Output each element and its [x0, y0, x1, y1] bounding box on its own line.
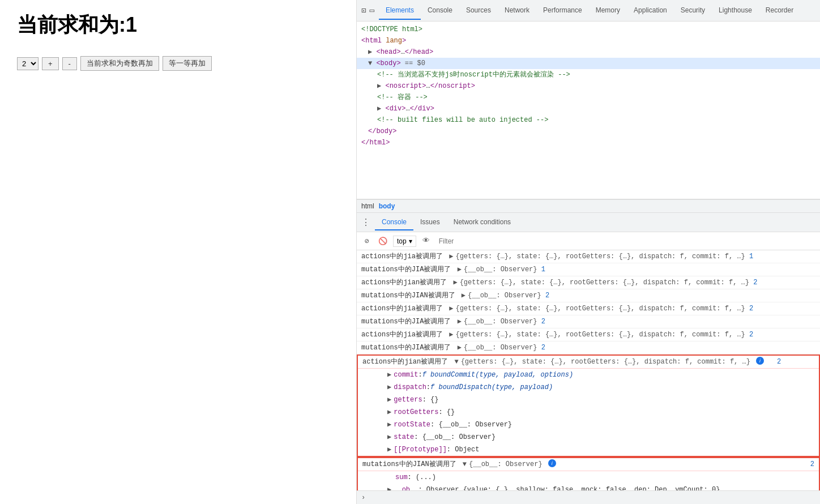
plus-button[interactable]: +: [42, 57, 59, 70]
expand-arrow[interactable]: ▶: [458, 317, 462, 327]
expanded-prop[interactable]: ▶ getters: {}: [358, 394, 819, 406]
console-text: {getters: {…}, state: {…}, rootGetters: …: [455, 304, 749, 314]
wait-add-button[interactable]: 等一等再加: [163, 56, 212, 71]
dom-line[interactable]: ▶ <div>…</div>: [357, 103, 820, 114]
console-count: 1: [541, 264, 545, 275]
console-text: {__ob__: Observer}: [464, 317, 541, 327]
dom-line[interactable]: <html lang>: [357, 35, 820, 46]
console-text: {__ob__: Observer}: [464, 343, 541, 353]
dom-panel: <!DOCTYPE html> <html lang> ▶ <head>…</h…: [357, 22, 820, 199]
tab-recorder[interactable]: Recorder: [759, 2, 800, 20]
expanded-header-2[interactable]: mutations中的JIAN被调用了 ▼ {__ob__: Observer}…: [358, 458, 819, 471]
console-count: 2: [541, 343, 545, 353]
inspect-icon[interactable]: ⊡: [361, 6, 366, 15]
filter-input[interactable]: [437, 236, 815, 246]
expanded-prop[interactable]: ▶ dispatch: f boundDispatch(type, payloa…: [358, 381, 819, 394]
expanded-prop[interactable]: sum: (...): [358, 471, 819, 484]
console-count: 2: [749, 330, 753, 340]
number-select[interactable]: 1 2 3: [17, 57, 39, 70]
dom-line[interactable]: <!DOCTYPE html>: [357, 24, 820, 35]
tab-security[interactable]: Security: [674, 2, 712, 20]
tab-memory[interactable]: Memory: [589, 2, 627, 20]
info-icon: i: [756, 357, 764, 365]
chevron-right-icon[interactable]: ›: [361, 494, 365, 502]
console-panel: ⋮ Console Issues Network conditions ⊘ 🚫 …: [357, 213, 820, 490]
expanded-prop[interactable]: ▶ commit: f boundCommit(type, payload, o…: [358, 369, 819, 381]
clear-console-icon[interactable]: ⊘: [361, 236, 373, 247]
dom-line[interactable]: <!-- 容器 -->: [357, 92, 820, 103]
breadcrumb-html[interactable]: html: [361, 202, 374, 210]
dom-line-body[interactable]: ▼ <body> == $0: [357, 58, 820, 69]
console-line-3[interactable]: actions中的jian被调用了 ▶ {getters: {…}, state…: [357, 276, 820, 289]
expand-arrow[interactable]: ▶: [449, 304, 453, 314]
console-text: {getters: {…}, state: {…}, rootGetters: …: [455, 330, 749, 340]
expand-arrow[interactable]: ▶: [387, 432, 391, 442]
console-line-4[interactable]: mutations中的JIAN被调用了 ▶ {__ob__: Observer}…: [357, 289, 820, 302]
console-menu-icon[interactable]: ⋮: [361, 217, 370, 228]
console-text: actions中的jia被调用了: [361, 304, 447, 314]
console-tab-network-conditions[interactable]: Network conditions: [447, 215, 518, 230]
odd-add-button[interactable]: 当前求和为奇数再加: [80, 56, 159, 71]
expand-arrow[interactable]: ▶: [387, 395, 391, 405]
console-line-1[interactable]: actions中的jia被调用了 ▶ {getters: {…}, state:…: [357, 250, 820, 263]
tab-console[interactable]: Console: [421, 2, 459, 20]
expand-arrow[interactable]: ▶: [387, 370, 391, 380]
dom-line[interactable]: ▶ <head>…</head>: [357, 46, 820, 58]
context-dropdown[interactable]: top ▾: [393, 236, 416, 247]
breadcrumb-bar: html body: [357, 199, 820, 213]
tab-sources[interactable]: Sources: [459, 2, 498, 20]
top-label: top: [397, 237, 407, 245]
expand-arrow[interactable]: ▶: [462, 291, 465, 301]
ban-icon[interactable]: 🚫: [377, 236, 388, 247]
expand-arrow[interactable]: ▶: [387, 382, 391, 392]
console-text: {getters: {…}, state: {…}, rootGetters: …: [455, 251, 749, 262]
dom-line[interactable]: ▶ <noscript>…</noscript>: [357, 80, 820, 92]
tab-application[interactable]: Application: [627, 2, 674, 20]
console-line-7[interactable]: actions中的jia被调用了 ▶ {getters: {…}, state:…: [357, 328, 820, 341]
console-tabbar: ⋮ Console Issues Network conditions: [357, 213, 820, 232]
console-count: 1: [749, 251, 753, 262]
expand-arrow[interactable]: ▶: [449, 330, 453, 340]
tab-network[interactable]: Network: [498, 2, 536, 20]
expanded-prop[interactable]: ▶ rootGetters: {}: [358, 406, 819, 418]
expand-arrow[interactable]: ▶: [387, 445, 391, 455]
expand-arrow[interactable]: ▶: [458, 264, 462, 275]
expand-arrow[interactable]: ▼: [454, 357, 458, 367]
device-icon[interactable]: ▭: [369, 6, 374, 15]
dom-line[interactable]: <!-- 当浏览器不支持js时noscript中的元素就会被渲染 -->: [357, 69, 820, 80]
expand-arrow[interactable]: ▼: [463, 459, 467, 469]
console-line-6[interactable]: mutations中的JIA被调用了 ▶ {__ob__: Observer} …: [357, 315, 820, 328]
expanded-prop[interactable]: ▶ state: {__ob__: Observer}: [358, 431, 819, 443]
console-text: mutations中的JIA被调用了: [361, 317, 455, 327]
console-line-8[interactable]: mutations中的JIA被调用了 ▶ {__ob__: Observer} …: [357, 341, 820, 354]
expand-arrow[interactable]: ▶: [458, 343, 462, 353]
expanded-prop[interactable]: ▶ __ob__: Observer {value: {…}, shallow:…: [358, 484, 819, 490]
eye-icon[interactable]: 👁: [421, 236, 432, 247]
tab-performance[interactable]: Performance: [536, 2, 589, 20]
dom-line[interactable]: <!-- built files will be auto injected -…: [357, 114, 820, 126]
devtools-panel: ⊡ ▭ Elements Console Sources Network Per…: [357, 0, 820, 504]
console-tab-console[interactable]: Console: [375, 215, 413, 230]
console-count: 2: [777, 357, 781, 367]
expanded-prop[interactable]: ▶ rootState: {__ob__: Observer}: [358, 418, 819, 431]
prop-val: f boundCommit(type, payload, options): [422, 370, 573, 380]
info-icon: i: [548, 459, 556, 467]
dom-line[interactable]: </html>: [357, 137, 820, 148]
expand-arrow[interactable]: ▶: [449, 251, 453, 262]
console-line-5[interactable]: actions中的jia被调用了 ▶ {getters: {…}, state:…: [357, 302, 820, 315]
expand-arrow[interactable]: ▶: [387, 407, 391, 417]
minus-button[interactable]: -: [62, 57, 77, 70]
tab-elements[interactable]: Elements: [379, 2, 421, 20]
expand-arrow[interactable]: ▶: [387, 420, 391, 430]
expanded-header-1[interactable]: actions中的jian被调用了 ▼ {getters: {…}, state…: [358, 356, 819, 369]
expand-arrow[interactable]: ▶: [453, 277, 457, 288]
console-tab-issues[interactable]: Issues: [413, 215, 447, 230]
console-line-2[interactable]: mutations中的JIA被调用了 ▶ {__ob__: Observer} …: [357, 263, 820, 276]
expand-arrow[interactable]: ▶: [387, 485, 391, 490]
tab-lighthouse[interactable]: Lighthouse: [712, 2, 759, 20]
console-text: actions中的jia被调用了: [361, 330, 447, 340]
breadcrumb-body[interactable]: body: [379, 202, 395, 210]
expanded-prop[interactable]: ▶ [[Prototype]]: Object: [358, 443, 819, 456]
dom-line[interactable]: </body>: [357, 126, 820, 137]
left-panel: 当前求和为:1 1 2 3 + - 当前求和为奇数再加 等一等再加: [0, 0, 357, 504]
